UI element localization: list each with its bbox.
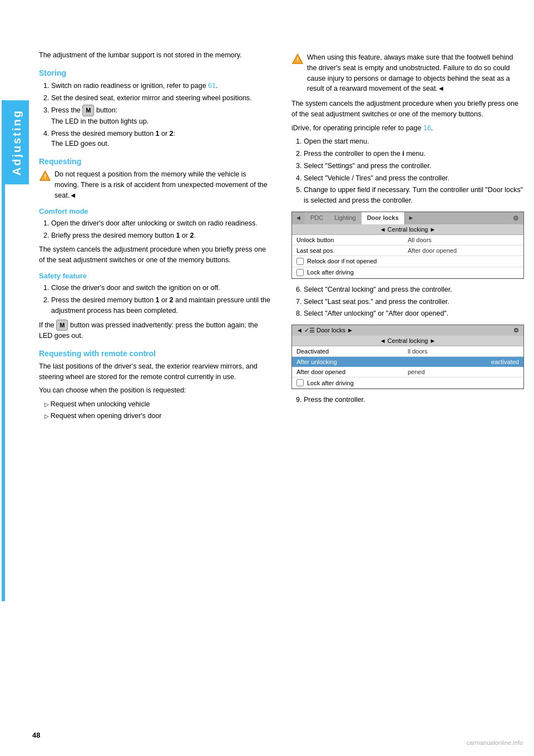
ui-panel-1: ◄ PDC Lighting Door locks ► ⚙ ◄ Central … xyxy=(291,212,524,279)
after-door-value: pened xyxy=(408,369,519,375)
nav-arrow-left-1: ◄ xyxy=(292,212,305,224)
ui-center-row-1: ◄ Central locking ► xyxy=(292,224,523,235)
warning-icon-1: ! xyxy=(39,170,51,182)
relock-label: Relock door if not opened xyxy=(307,258,377,264)
ui-panel2-row-after-unlocking[interactable]: After unlocking eactivated xyxy=(292,357,523,367)
after-unlocking-label: After unlocking xyxy=(296,359,337,365)
right-warning: ! When using this feature, always make s… xyxy=(291,52,524,94)
right-step-8: Select "After unlocking" or "After door … xyxy=(304,308,524,319)
sidebar-label: Adjusting xyxy=(5,100,29,184)
ui-row-unlock: Unlock button All doors xyxy=(292,235,523,246)
ui-tab-doorlocks[interactable]: Door locks xyxy=(362,212,405,224)
storing-step-3: Press the M button:The LED in the button… xyxy=(51,105,271,126)
right-step-7: Select "Last seat pos." and press the co… xyxy=(304,297,524,307)
ui-panel2-row-lockdriving: Lock after driving xyxy=(292,377,523,389)
safety-if-text: If the M button was pressed inadvertentl… xyxy=(39,320,271,341)
panel2-lockdriving-checkbox[interactable] xyxy=(296,379,304,386)
ui-panel2-body: Deactivated ll doors After unlocking eac… xyxy=(292,346,523,389)
comfort-mode-heading: Comfort mode xyxy=(39,207,271,215)
warning-icon-2: ! xyxy=(291,53,304,65)
ui-row-lockdriving: Lock after driving xyxy=(292,267,523,278)
comfort-step-2: Briefly press the desired memory button … xyxy=(51,230,271,241)
ui-row-relock: Relock door if not opened xyxy=(292,256,523,267)
content-area: The adjustment of the lumbar support is … xyxy=(29,33,534,723)
panel2-lockdriving-label: Lock after driving xyxy=(307,380,354,386)
remote-option-2: Request when opening driver's door xyxy=(44,411,271,421)
m-button-2: M xyxy=(56,320,68,331)
storing-step-4: Press the desired memory button 1 or 2:T… xyxy=(51,129,271,150)
m-button-1: M xyxy=(82,105,94,116)
safety-step-2: Press the desired memory button 1 or 2 a… xyxy=(51,295,271,316)
intro-text: The adjustment of the lumbar support is … xyxy=(39,50,271,61)
ui-cell-unlock-value: All doors xyxy=(408,237,519,243)
safety-feature-heading: Safety feature xyxy=(39,272,271,280)
page-container: Adjusting The adjustment of the lumbar s… xyxy=(0,0,534,756)
remote-text2: You can choose when the position is requ… xyxy=(39,385,271,396)
ui-panel-2: ◄ ✓☰ Door locks ► ⚙ ◄ Central locking ► … xyxy=(291,325,524,389)
storing-steps: Switch on radio readiness or ignition, r… xyxy=(39,81,271,149)
remote-option-1: Request when unlocking vehicle xyxy=(44,399,271,410)
right-step-2: Press the controller to open the i menu. xyxy=(304,149,524,159)
sidebar: Adjusting xyxy=(0,33,29,723)
idrive-text: iDrive, for operating principle refer to… xyxy=(291,123,524,134)
relock-checkbox[interactable] xyxy=(296,258,304,265)
panel2-check-icon: ◄ ✓☰ Door locks ► xyxy=(296,327,353,334)
right-column: ! When using this feature, always make s… xyxy=(281,45,534,711)
ui-cell-unlock-label: Unlock button xyxy=(296,237,408,243)
requesting-warning: ! Do not request a position from the mem… xyxy=(39,169,271,200)
comfort-mode-steps: Open the driver's door after unlocking o… xyxy=(39,218,271,241)
after-unlocking-value: eactivated xyxy=(491,359,519,365)
page-number: 48 xyxy=(32,731,40,739)
ui-body-1: Unlock button All doors Last seat pos. A… xyxy=(292,235,523,278)
ui-tab-pdc: PDC xyxy=(305,212,329,224)
lockdriving-checkbox[interactable] xyxy=(296,269,304,276)
right-steps: Open the start menu. Press the controlle… xyxy=(291,136,524,206)
storing-step-2: Set the desired seat, exterior mirror an… xyxy=(51,93,271,104)
right-step-3: Select "Settings" and press the controll… xyxy=(304,161,524,171)
left-column: The adjustment of the lumbar support is … xyxy=(29,45,281,711)
panel2-settings-icon: ⚙ xyxy=(513,327,519,334)
svg-text:!: ! xyxy=(296,56,299,63)
right-steps-2: Select "Central locking" and press the c… xyxy=(291,284,524,319)
right-step-4: Select "Vehicle / Tires" and press the c… xyxy=(304,173,524,184)
ui-cell-lastseat-label: Last seat pos. xyxy=(296,247,408,254)
right-warning-text: When using this feature, always make sur… xyxy=(307,52,524,94)
remote-options: Request when unlocking vehicle Request w… xyxy=(39,399,271,421)
after-door-label: After door opened xyxy=(296,369,408,375)
remote-text1: The last positions of the driver's seat,… xyxy=(39,361,271,382)
lockdriving-label: Lock after driving xyxy=(307,269,354,276)
requesting-heading: Requesting xyxy=(39,157,271,166)
comfort-cancel-text: The system cancels the adjustment proced… xyxy=(39,244,271,266)
svg-text:!: ! xyxy=(44,173,46,180)
right-step-9: Press the controller. xyxy=(304,395,524,405)
right-cancel-text: The system cancels the adjustment proced… xyxy=(291,99,524,120)
right-step-5: Change to upper field if necessary. Turn… xyxy=(304,185,524,206)
ui-row-lastseat: Last seat pos. After door opened xyxy=(292,246,523,256)
safety-step-1: Close the driver's door and switch the i… xyxy=(51,283,271,293)
right-step-1: Open the start menu. xyxy=(304,136,524,147)
safety-steps: Close the driver's door and switch the i… xyxy=(39,283,271,316)
comfort-step-1: Open the driver's door after unlocking o… xyxy=(51,218,271,229)
nav-arrow-right-1: ► xyxy=(405,212,418,224)
ui-panel2-row-deactivated: Deactivated ll doors xyxy=(292,346,523,357)
storing-heading: Storing xyxy=(39,68,271,77)
settings-icon-1: ⚙ xyxy=(508,212,523,224)
ui-cell-lastseat-value: After door opened xyxy=(408,247,519,254)
watermark: carmanualonline.info xyxy=(466,739,523,746)
ui-panel2-header: ◄ ✓☰ Door locks ► ⚙ xyxy=(292,325,523,336)
right-steps-3: Press the controller. xyxy=(291,395,524,405)
ui-panel2-row-after-door: After door opened pened xyxy=(292,367,523,377)
ui-tab-lighting: Lighting xyxy=(329,212,362,224)
right-step-6: Select "Central locking" and press the c… xyxy=(304,284,524,295)
remote-heading: Requesting with remote control xyxy=(39,349,271,358)
requesting-warning-text: Do not request a position from the memor… xyxy=(55,169,271,200)
ui-panel2-center-row: ◄ Central locking ► xyxy=(292,336,523,346)
deactivated-value: ll doors xyxy=(408,348,519,355)
storing-step-1: Switch on radio readiness or ignition, r… xyxy=(51,81,271,91)
deactivated-label: Deactivated xyxy=(296,348,408,355)
ui-panel-header-1: ◄ PDC Lighting Door locks ► ⚙ xyxy=(292,212,523,224)
